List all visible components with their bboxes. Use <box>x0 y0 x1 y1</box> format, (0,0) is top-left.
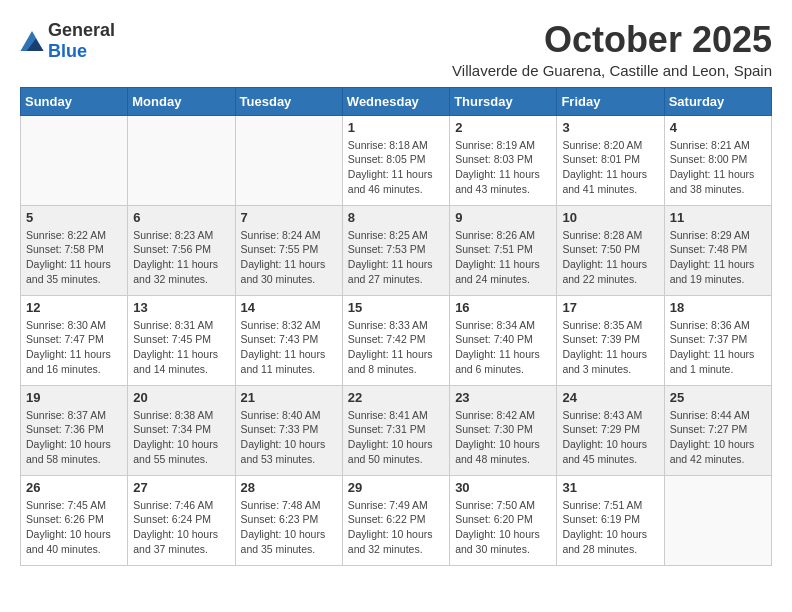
day-number: 21 <box>241 390 337 405</box>
day-info: Sunrise: 8:33 AM Sunset: 7:42 PM Dayligh… <box>348 318 444 377</box>
calendar-table: SundayMondayTuesdayWednesdayThursdayFrid… <box>20 87 772 566</box>
calendar-cell: 20Sunrise: 8:38 AM Sunset: 7:34 PM Dayli… <box>128 385 235 475</box>
day-number: 7 <box>241 210 337 225</box>
calendar-cell: 22Sunrise: 8:41 AM Sunset: 7:31 PM Dayli… <box>342 385 449 475</box>
header-saturday: Saturday <box>664 87 771 115</box>
day-number: 1 <box>348 120 444 135</box>
day-info: Sunrise: 8:42 AM Sunset: 7:30 PM Dayligh… <box>455 408 551 467</box>
calendar-cell: 1Sunrise: 8:18 AM Sunset: 8:05 PM Daylig… <box>342 115 449 205</box>
calendar-cell: 28Sunrise: 7:48 AM Sunset: 6:23 PM Dayli… <box>235 475 342 565</box>
logo-icon <box>20 31 44 51</box>
day-number: 29 <box>348 480 444 495</box>
day-number: 4 <box>670 120 766 135</box>
calendar-cell: 11Sunrise: 8:29 AM Sunset: 7:48 PM Dayli… <box>664 205 771 295</box>
header-tuesday: Tuesday <box>235 87 342 115</box>
calendar-cell: 25Sunrise: 8:44 AM Sunset: 7:27 PM Dayli… <box>664 385 771 475</box>
calendar-week-5: 26Sunrise: 7:45 AM Sunset: 6:26 PM Dayli… <box>21 475 772 565</box>
day-info: Sunrise: 8:41 AM Sunset: 7:31 PM Dayligh… <box>348 408 444 467</box>
day-number: 24 <box>562 390 658 405</box>
day-number: 17 <box>562 300 658 315</box>
day-info: Sunrise: 7:46 AM Sunset: 6:24 PM Dayligh… <box>133 498 229 557</box>
day-number: 11 <box>670 210 766 225</box>
day-number: 5 <box>26 210 122 225</box>
calendar-cell <box>235 115 342 205</box>
location-title: Villaverde de Guarena, Castille and Leon… <box>452 62 772 79</box>
logo: General Blue <box>20 20 115 62</box>
day-number: 23 <box>455 390 551 405</box>
day-info: Sunrise: 7:48 AM Sunset: 6:23 PM Dayligh… <box>241 498 337 557</box>
day-number: 14 <box>241 300 337 315</box>
day-number: 22 <box>348 390 444 405</box>
day-info: Sunrise: 8:18 AM Sunset: 8:05 PM Dayligh… <box>348 138 444 197</box>
header-thursday: Thursday <box>450 87 557 115</box>
header-wednesday: Wednesday <box>342 87 449 115</box>
day-number: 12 <box>26 300 122 315</box>
day-number: 9 <box>455 210 551 225</box>
logo-text: General Blue <box>48 20 115 62</box>
calendar-cell: 15Sunrise: 8:33 AM Sunset: 7:42 PM Dayli… <box>342 295 449 385</box>
day-number: 28 <box>241 480 337 495</box>
day-number: 18 <box>670 300 766 315</box>
calendar-cell: 10Sunrise: 8:28 AM Sunset: 7:50 PM Dayli… <box>557 205 664 295</box>
calendar-cell: 2Sunrise: 8:19 AM Sunset: 8:03 PM Daylig… <box>450 115 557 205</box>
calendar-cell: 29Sunrise: 7:49 AM Sunset: 6:22 PM Dayli… <box>342 475 449 565</box>
calendar-cell: 18Sunrise: 8:36 AM Sunset: 7:37 PM Dayli… <box>664 295 771 385</box>
day-number: 8 <box>348 210 444 225</box>
day-info: Sunrise: 8:30 AM Sunset: 7:47 PM Dayligh… <box>26 318 122 377</box>
calendar-cell: 7Sunrise: 8:24 AM Sunset: 7:55 PM Daylig… <box>235 205 342 295</box>
calendar-cell: 6Sunrise: 8:23 AM Sunset: 7:56 PM Daylig… <box>128 205 235 295</box>
day-number: 16 <box>455 300 551 315</box>
calendar-cell: 9Sunrise: 8:26 AM Sunset: 7:51 PM Daylig… <box>450 205 557 295</box>
day-info: Sunrise: 7:50 AM Sunset: 6:20 PM Dayligh… <box>455 498 551 557</box>
day-info: Sunrise: 8:22 AM Sunset: 7:58 PM Dayligh… <box>26 228 122 287</box>
calendar-cell <box>128 115 235 205</box>
calendar-cell: 17Sunrise: 8:35 AM Sunset: 7:39 PM Dayli… <box>557 295 664 385</box>
calendar-cell: 8Sunrise: 8:25 AM Sunset: 7:53 PM Daylig… <box>342 205 449 295</box>
calendar-cell: 19Sunrise: 8:37 AM Sunset: 7:36 PM Dayli… <box>21 385 128 475</box>
calendar-cell: 14Sunrise: 8:32 AM Sunset: 7:43 PM Dayli… <box>235 295 342 385</box>
header-sunday: Sunday <box>21 87 128 115</box>
calendar-week-2: 5Sunrise: 8:22 AM Sunset: 7:58 PM Daylig… <box>21 205 772 295</box>
day-number: 20 <box>133 390 229 405</box>
day-number: 13 <box>133 300 229 315</box>
day-info: Sunrise: 8:29 AM Sunset: 7:48 PM Dayligh… <box>670 228 766 287</box>
day-info: Sunrise: 7:45 AM Sunset: 6:26 PM Dayligh… <box>26 498 122 557</box>
day-number: 31 <box>562 480 658 495</box>
day-info: Sunrise: 7:49 AM Sunset: 6:22 PM Dayligh… <box>348 498 444 557</box>
day-number: 27 <box>133 480 229 495</box>
day-info: Sunrise: 8:32 AM Sunset: 7:43 PM Dayligh… <box>241 318 337 377</box>
calendar-cell: 21Sunrise: 8:40 AM Sunset: 7:33 PM Dayli… <box>235 385 342 475</box>
calendar-cell: 12Sunrise: 8:30 AM Sunset: 7:47 PM Dayli… <box>21 295 128 385</box>
header-monday: Monday <box>128 87 235 115</box>
day-info: Sunrise: 8:37 AM Sunset: 7:36 PM Dayligh… <box>26 408 122 467</box>
calendar-cell: 5Sunrise: 8:22 AM Sunset: 7:58 PM Daylig… <box>21 205 128 295</box>
calendar-cell: 30Sunrise: 7:50 AM Sunset: 6:20 PM Dayli… <box>450 475 557 565</box>
calendar-cell: 27Sunrise: 7:46 AM Sunset: 6:24 PM Dayli… <box>128 475 235 565</box>
calendar-cell: 13Sunrise: 8:31 AM Sunset: 7:45 PM Dayli… <box>128 295 235 385</box>
day-number: 30 <box>455 480 551 495</box>
logo-blue: Blue <box>48 41 87 61</box>
day-number: 10 <box>562 210 658 225</box>
day-number: 3 <box>562 120 658 135</box>
day-number: 2 <box>455 120 551 135</box>
day-info: Sunrise: 8:23 AM Sunset: 7:56 PM Dayligh… <box>133 228 229 287</box>
calendar-week-1: 1Sunrise: 8:18 AM Sunset: 8:05 PM Daylig… <box>21 115 772 205</box>
calendar-week-3: 12Sunrise: 8:30 AM Sunset: 7:47 PM Dayli… <box>21 295 772 385</box>
page-header: General Blue October 2025 Villaverde de … <box>20 20 772 79</box>
header-friday: Friday <box>557 87 664 115</box>
calendar-week-4: 19Sunrise: 8:37 AM Sunset: 7:36 PM Dayli… <box>21 385 772 475</box>
day-info: Sunrise: 8:24 AM Sunset: 7:55 PM Dayligh… <box>241 228 337 287</box>
month-title: October 2025 <box>452 20 772 60</box>
calendar-cell: 31Sunrise: 7:51 AM Sunset: 6:19 PM Dayli… <box>557 475 664 565</box>
calendar-cell <box>664 475 771 565</box>
day-info: Sunrise: 8:31 AM Sunset: 7:45 PM Dayligh… <box>133 318 229 377</box>
day-info: Sunrise: 8:20 AM Sunset: 8:01 PM Dayligh… <box>562 138 658 197</box>
day-info: Sunrise: 8:35 AM Sunset: 7:39 PM Dayligh… <box>562 318 658 377</box>
day-info: Sunrise: 8:36 AM Sunset: 7:37 PM Dayligh… <box>670 318 766 377</box>
day-number: 19 <box>26 390 122 405</box>
day-info: Sunrise: 8:25 AM Sunset: 7:53 PM Dayligh… <box>348 228 444 287</box>
day-info: Sunrise: 8:26 AM Sunset: 7:51 PM Dayligh… <box>455 228 551 287</box>
day-info: Sunrise: 8:38 AM Sunset: 7:34 PM Dayligh… <box>133 408 229 467</box>
day-number: 25 <box>670 390 766 405</box>
day-number: 6 <box>133 210 229 225</box>
